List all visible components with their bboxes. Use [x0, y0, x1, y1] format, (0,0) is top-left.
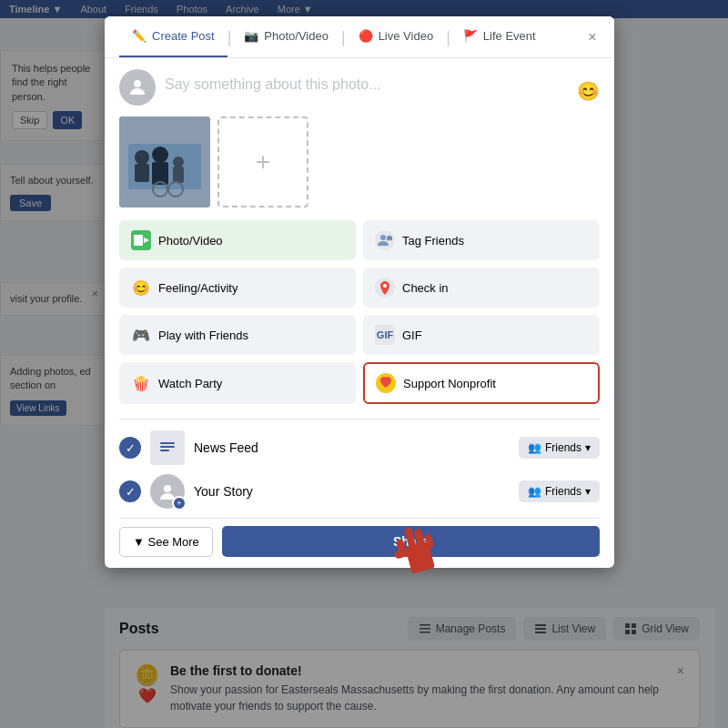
photo-video-action-btn[interactable]: Photo/Video: [119, 220, 356, 260]
camera-icon: 📷: [244, 29, 258, 43]
gif-icon: GIF: [375, 325, 395, 345]
tab-life-event-label: Life Event: [483, 29, 536, 43]
photo-thumbnail-inner: [119, 116, 210, 207]
your-story-row: ✓ + Your Story 👥 Friends ▾: [119, 474, 600, 509]
watch-party-label: Watch Party: [158, 377, 222, 390]
nonprofit-icon: [376, 373, 396, 393]
news-feed-icon: [150, 430, 185, 465]
tag-friends-icon: +: [375, 230, 395, 250]
tab-life-event[interactable]: 🚩 Life Event: [450, 16, 549, 57]
news-feed-label: News Feed: [194, 440, 510, 455]
tag-friends-label: Tag Friends: [402, 234, 464, 248]
your-story-check: ✓: [119, 480, 141, 502]
svg-point-24: [164, 485, 171, 492]
chevron-down-icon: ▾: [585, 441, 591, 454]
photo-video-icon: [131, 230, 151, 250]
watch-party-action-btn[interactable]: 🍿 Watch Party: [119, 362, 356, 404]
emoji-picker-icon[interactable]: 😊: [577, 80, 600, 106]
news-feed-check: ✓: [119, 437, 141, 459]
photo-area: +: [119, 116, 600, 207]
svg-rect-14: [375, 230, 395, 250]
check-in-label: Check in: [402, 281, 449, 295]
play-friends-action-btn[interactable]: 🎮 Play with Friends: [119, 315, 356, 355]
your-story-audience-btn[interactable]: 👥 Friends ▾: [519, 480, 600, 502]
svg-point-0: [134, 80, 141, 87]
svg-point-3: [135, 150, 149, 165]
gif-action-btn[interactable]: GIF GIF: [363, 315, 600, 355]
modal-footer: ▼ See More Share: [119, 518, 600, 557]
svg-rect-12: [134, 235, 143, 246]
feeling-activity-action-btn[interactable]: 😊 Feeling/Activity: [119, 268, 356, 308]
support-nonprofit-label: Support Nonprofit: [403, 377, 496, 390]
check-in-action-btn[interactable]: Check in: [363, 268, 600, 308]
flag-icon: 🚩: [463, 29, 478, 43]
svg-point-5: [152, 147, 168, 163]
news-feed-audience-btn[interactable]: 👥 Friends ▾: [519, 437, 600, 459]
tab-live-video-label: Live Video: [379, 29, 433, 43]
svg-point-15: [380, 235, 386, 240]
location-icon: [375, 278, 395, 298]
action-grid: Photo/Video + Tag Friends 😊: [119, 220, 600, 404]
share-button[interactable]: Share: [222, 526, 600, 557]
post-placeholder-text[interactable]: Say something about this photo...: [165, 69, 568, 93]
your-story-label: Your Story: [194, 484, 510, 499]
pencil-icon: ✏️: [132, 29, 147, 43]
story-friends-icon: 👥: [528, 485, 541, 498]
svg-rect-23: [160, 450, 169, 451]
feeling-activity-label: Feeling/Activity: [158, 281, 238, 295]
story-chevron-icon: ▾: [585, 485, 591, 498]
news-feed-audience-label: Friends: [545, 441, 581, 454]
support-nonprofit-action-btn[interactable]: Support Nonprofit: [363, 362, 600, 404]
user-avatar: [119, 69, 156, 106]
see-more-button[interactable]: ▼ See More: [119, 527, 213, 557]
photo-video-label: Photo/Video: [158, 234, 223, 248]
tab-photo-video[interactable]: 📷 Photo/Video: [231, 16, 341, 57]
svg-rect-21: [160, 442, 175, 444]
your-story-audience-label: Friends: [545, 485, 581, 498]
svg-text:+: +: [388, 238, 391, 244]
sharing-section: ✓ News Feed 👥 Friends ▾ ✓: [119, 419, 600, 509]
svg-rect-4: [135, 164, 149, 182]
add-photo-button[interactable]: +: [217, 116, 308, 207]
news-feed-row: ✓ News Feed 👥 Friends ▾: [119, 430, 600, 465]
story-add-badge: +: [172, 496, 187, 511]
popcorn-icon: 🍿: [131, 373, 151, 393]
create-post-modal: ✏️ Create Post | 📷 Photo/Video | 🔴 Live …: [105, 16, 614, 568]
gif-label: GIF: [402, 329, 422, 342]
friends-icon: 👥: [528, 441, 541, 454]
post-input-area: Say something about this photo... 😊: [119, 69, 600, 106]
user-story-avatar: +: [150, 474, 185, 509]
game-icon: 🎮: [131, 325, 151, 345]
tab-create-post[interactable]: ✏️ Create Post: [119, 16, 228, 57]
svg-point-19: [383, 284, 387, 288]
modal-tabs: ✏️ Create Post | 📷 Photo/Video | 🔴 Live …: [105, 16, 614, 58]
live-icon: 🔴: [359, 29, 373, 43]
tag-friends-action-btn[interactable]: + Tag Friends: [363, 220, 600, 260]
tab-live-video[interactable]: 🔴 Live Video: [346, 16, 446, 57]
tab-photo-video-label: Photo/Video: [264, 29, 329, 43]
svg-point-7: [173, 157, 184, 167]
modal-body: Say something about this photo... 😊: [105, 58, 614, 568]
photo-thumbnail-1: [119, 116, 210, 207]
tab-create-post-label: Create Post: [152, 29, 215, 43]
svg-rect-22: [160, 446, 175, 448]
play-friends-label: Play with Friends: [158, 329, 248, 342]
feeling-icon: 😊: [131, 278, 151, 298]
svg-rect-8: [173, 167, 184, 183]
modal-close-button[interactable]: ×: [581, 26, 603, 48]
